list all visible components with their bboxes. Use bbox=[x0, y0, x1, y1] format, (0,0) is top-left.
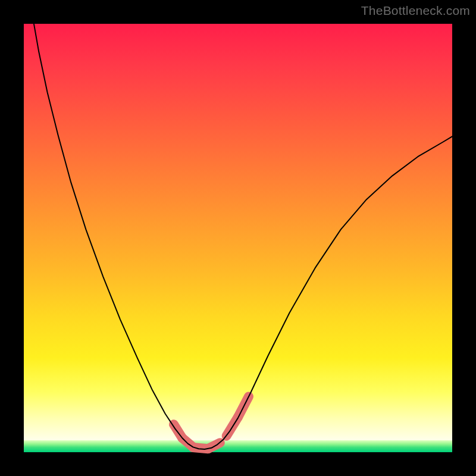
curve-layer bbox=[24, 24, 452, 452]
bottleneck-curve bbox=[32, 15, 454, 449]
chart-frame: TheBottleneck.com bbox=[0, 0, 476, 476]
watermark-text: TheBottleneck.com bbox=[361, 4, 470, 18]
plot-area bbox=[24, 24, 452, 452]
